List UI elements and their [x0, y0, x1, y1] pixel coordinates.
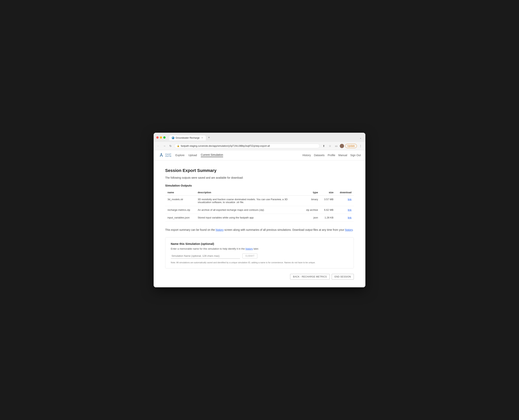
- col-header-download: download: [336, 189, 354, 195]
- submit-button[interactable]: SUBMIT: [242, 254, 257, 258]
- col-header-size: size: [320, 189, 336, 195]
- cell-type-0: binary: [302, 195, 320, 206]
- tabs-area: 🌊 Groundwater Recharge ✕ + ⌄: [169, 135, 363, 140]
- simulation-outputs-title: Simulation Outputs: [165, 184, 354, 187]
- tab-favicon: 🌊: [172, 136, 174, 139]
- main-content: Session Export Summary The following out…: [154, 160, 365, 287]
- info-text-3: .: [353, 228, 353, 231]
- cell-download-1[interactable]: link: [336, 206, 354, 214]
- cell-type-1: zip archive: [302, 206, 320, 214]
- cell-desc-0: 3D resistivity and fraction coarse domin…: [195, 195, 302, 206]
- address-bar: ← → ↻ 🔒 fastpath-staging.curvenote.dev/a…: [154, 142, 365, 150]
- active-tab[interactable]: 🌊 Groundwater Recharge ✕: [169, 135, 206, 140]
- info-text-1: This export summary can be found on the: [165, 228, 216, 231]
- nav-right: History Datasets Profile Manual Sign Out: [302, 154, 361, 157]
- new-tab-button[interactable]: +: [206, 135, 212, 140]
- nav-upload[interactable]: Upload: [188, 154, 197, 157]
- nav-left: FAST PATH Explore Upload Current Simulat…: [158, 152, 223, 158]
- maximize-button[interactable]: [163, 136, 166, 139]
- minimize-button[interactable]: [160, 136, 162, 139]
- logo-text: FAST PATH: [166, 153, 171, 157]
- title-bar: 🌊 Groundwater Recharge ✕ + ⌄: [154, 133, 365, 142]
- cell-desc-1: An archive of all exported recharge maps…: [195, 206, 302, 214]
- cell-size-2: 1.28 KB: [320, 214, 336, 221]
- tab-expand-icon[interactable]: ⌄: [358, 135, 363, 140]
- back-recharge-metrics-button[interactable]: BACK - RECHARGE METRICS: [290, 274, 330, 280]
- cell-download-2[interactable]: link: [336, 214, 354, 221]
- tab-close-icon[interactable]: ✕: [201, 136, 203, 139]
- close-button[interactable]: [156, 136, 159, 139]
- col-header-description: description: [195, 189, 302, 195]
- table-row: 3d_models.vtr 3D resistivity and fractio…: [165, 195, 354, 206]
- bottom-actions: BACK - RECHARGE METRICS END SESSION: [165, 274, 354, 280]
- more-options-icon[interactable]: ⋮: [358, 143, 363, 149]
- download-link-1[interactable]: link: [348, 209, 351, 211]
- outputs-table: name description type size download 3d_m…: [165, 189, 354, 222]
- lock-icon: 🔒: [177, 145, 180, 147]
- simulation-name-input[interactable]: [171, 253, 240, 259]
- forward-nav-button[interactable]: →: [162, 144, 167, 148]
- end-session-button[interactable]: END SESSION: [332, 274, 354, 280]
- refresh-button[interactable]: ↻: [168, 144, 173, 148]
- page-title: Session Export Summary: [165, 168, 354, 173]
- browser-window: 🌊 Groundwater Recharge ✕ + ⌄ ← → ↻ 🔒 fas…: [154, 133, 365, 287]
- cell-name-1: recharge-metrics.zip: [165, 206, 195, 214]
- name-simulation-box: Name this Simulation (optional) Enter a …: [165, 237, 354, 269]
- cell-desc-2: Stored input variables while using the f…: [195, 214, 302, 221]
- info-link-history[interactable]: history: [216, 228, 224, 231]
- col-header-name: name: [165, 189, 195, 195]
- name-sim-desc: Enter a memorable name for this simulati…: [171, 247, 348, 250]
- logo[interactable]: FAST PATH: [158, 152, 171, 158]
- cell-name-0: 3d_models.vtr: [165, 195, 195, 206]
- reader-icon[interactable]: ▭: [334, 143, 339, 149]
- table-row: recharge-metrics.zip An archive of all e…: [165, 206, 354, 214]
- nav-current-simulation[interactable]: Current Simulation: [201, 153, 223, 157]
- info-link-history2[interactable]: history: [345, 228, 353, 231]
- svg-point-0: [161, 153, 162, 154]
- nav-profile[interactable]: Profile: [328, 154, 335, 157]
- name-sim-history-link[interactable]: history: [245, 247, 253, 250]
- logo-icon: [158, 152, 164, 158]
- download-link-0[interactable]: link: [348, 198, 351, 201]
- url-text: fastpath-staging.curvenote.dev/app/simul…: [181, 145, 270, 147]
- update-button[interactable]: Update: [345, 144, 357, 148]
- tab-title: Groundwater Recharge: [176, 136, 200, 139]
- name-sim-title: Name this Simulation (optional): [171, 242, 348, 245]
- bookmark-icon[interactable]: ☆: [327, 143, 333, 149]
- nav-sign-out[interactable]: Sign Out: [350, 154, 361, 157]
- cell-name-2: input_variables.json: [165, 214, 195, 221]
- cell-size-1: 6.62 MB: [320, 206, 336, 214]
- app-nav: FAST PATH Explore Upload Current Simulat…: [154, 150, 365, 160]
- col-header-type: type: [302, 189, 320, 195]
- download-link-2[interactable]: link: [348, 216, 351, 219]
- nav-manual[interactable]: Manual: [338, 154, 347, 157]
- cell-type-2: json: [302, 214, 320, 221]
- nav-datasets[interactable]: Datasets: [314, 154, 325, 157]
- subtitle: The following outputs were saved and are…: [165, 176, 354, 179]
- traffic-lights: [156, 136, 166, 139]
- back-nav-button[interactable]: ←: [156, 144, 161, 148]
- user-avatar[interactable]: [340, 144, 344, 148]
- nav-explore[interactable]: Explore: [175, 154, 184, 157]
- cell-size-0: 3.57 MB: [320, 195, 336, 206]
- name-sim-input-row: SUBMIT: [171, 253, 348, 259]
- cell-download-0[interactable]: link: [336, 195, 354, 206]
- name-sim-note: Note: All simulations are automatically …: [171, 261, 348, 264]
- share-icon[interactable]: ⬆: [321, 143, 326, 149]
- table-row: input_variables.json Stored input variab…: [165, 214, 354, 221]
- info-text-2: screen along with summaries of all previ…: [224, 228, 345, 231]
- url-bar[interactable]: 🔒 fastpath-staging.curvenote.dev/app/sim…: [174, 144, 320, 148]
- address-actions: ⬆ ☆ ▭ Update ⋮: [321, 143, 363, 149]
- info-text: This export summary can be found on the …: [165, 228, 354, 232]
- nav-history[interactable]: History: [302, 154, 311, 157]
